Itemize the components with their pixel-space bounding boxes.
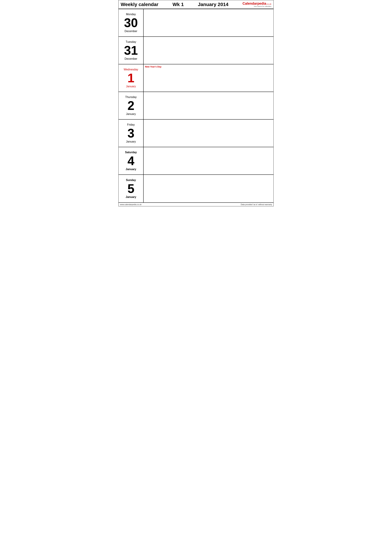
holiday-label-wednesday: New Year's Day <box>145 65 272 68</box>
logo-text: Calendarpedia.co.uk <box>243 1 271 6</box>
day-label-tuesday: Tuesday31December <box>119 37 144 64</box>
month-name-saturday: January <box>126 168 136 171</box>
day-name-wednesday: Wednesday <box>124 68 138 71</box>
day-row-sunday: Sunday5January <box>119 175 273 202</box>
day-label-monday: Monday30December <box>119 9 144 36</box>
day-row-friday: Friday3January <box>119 119 273 147</box>
day-content-tuesday[interactable] <box>144 37 273 64</box>
day-content-sunday[interactable] <box>144 175 273 202</box>
day-content-wednesday[interactable]: New Year's Day <box>144 64 273 92</box>
day-number-monday: 30 <box>124 17 138 29</box>
day-row-tuesday: Tuesday31December <box>119 37 273 64</box>
logo-area: Calendarpedia.co.uk Your source for cale… <box>243 1 271 7</box>
day-content-saturday[interactable] <box>144 147 273 175</box>
day-name-sunday: Sunday <box>126 179 136 182</box>
day-number-friday: 3 <box>127 127 134 139</box>
day-label-saturday: Saturday4January <box>119 147 144 175</box>
header-month: January 2014 <box>198 2 228 7</box>
footer-right: Data provided 'as is' without warranty <box>241 204 272 205</box>
day-label-thursday: Thursday2January <box>119 92 144 119</box>
day-number-sunday: 5 <box>127 182 134 195</box>
month-name-tuesday: December <box>125 57 137 60</box>
day-row-monday: Monday30December <box>119 9 273 37</box>
logo-tld: .co.uk <box>266 3 271 5</box>
day-name-tuesday: Tuesday <box>126 40 136 44</box>
weekly-calendar: Weekly calendar Wk 1 January 2014 Calend… <box>118 0 274 206</box>
day-name-saturday: Saturday <box>125 151 137 154</box>
month-name-sunday: January <box>126 196 136 199</box>
day-label-friday: Friday3January <box>119 119 144 147</box>
day-label-sunday: Sunday5January <box>119 175 144 202</box>
day-content-monday[interactable] <box>144 9 273 36</box>
month-name-thursday: January <box>126 113 136 116</box>
day-name-monday: Monday <box>126 13 136 16</box>
day-content-friday[interactable] <box>144 119 273 147</box>
calendar-body: Monday30DecemberTuesday31DecemberWednesd… <box>119 9 273 202</box>
day-row-thursday: Thursday2January <box>119 92 273 119</box>
day-row-wednesday: Wednesday1JanuaryNew Year's Day <box>119 64 273 92</box>
day-number-tuesday: 31 <box>124 44 138 57</box>
day-content-thursday[interactable] <box>144 92 273 119</box>
day-name-friday: Friday <box>127 123 135 126</box>
day-label-wednesday: Wednesday1January <box>119 64 144 92</box>
logo-main: Calendar <box>243 1 257 5</box>
day-name-thursday: Thursday <box>125 96 137 99</box>
day-number-thursday: 2 <box>127 99 134 112</box>
month-name-wednesday: January <box>126 85 136 88</box>
logo-highlight: pedia <box>257 1 266 5</box>
day-number-saturday: 4 <box>127 155 134 167</box>
month-name-friday: January <box>126 140 136 143</box>
day-row-saturday: Saturday4January <box>119 147 273 175</box>
footer-left: www.calendarpedia.co.uk <box>120 204 142 205</box>
calendar-header: Weekly calendar Wk 1 January 2014 Calend… <box>119 0 273 9</box>
header-week: Wk 1 <box>172 2 184 7</box>
logo-subtitle: Your source for calendars <box>243 6 271 7</box>
header-title: Weekly calendar <box>121 2 158 7</box>
calendar-footer: www.calendarpedia.co.uk Data provided 'a… <box>119 202 273 206</box>
day-number-wednesday: 1 <box>127 72 134 84</box>
month-name-monday: December <box>125 30 137 33</box>
